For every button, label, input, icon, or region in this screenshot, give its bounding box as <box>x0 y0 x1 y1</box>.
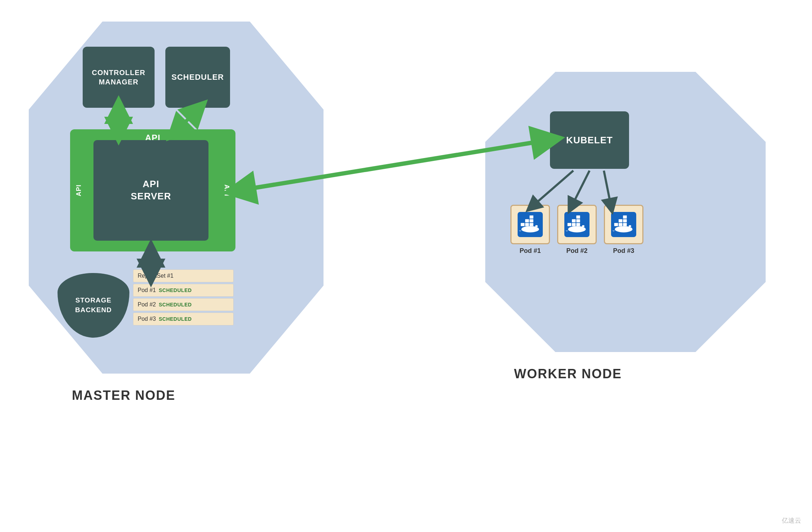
svg-rect-3 <box>529 223 533 226</box>
svg-rect-11 <box>572 223 576 226</box>
pod1-name: Pod #1 <box>138 287 156 293</box>
api-left-label: API <box>75 184 83 196</box>
svg-point-7 <box>522 226 539 232</box>
docker-icon-2 <box>564 212 589 237</box>
pod-box-3 <box>604 205 643 244</box>
svg-rect-23 <box>623 219 627 222</box>
pod2-name: Pod #2 <box>138 301 156 308</box>
controller-manager-box: CONTROLLER MANAGER <box>83 47 155 108</box>
storage-backend-label: STORAGE BACKEND <box>75 296 112 315</box>
svg-rect-13 <box>572 219 576 222</box>
svg-rect-12 <box>576 223 580 226</box>
replicaset-name: ReplicaSet #1 <box>138 273 174 279</box>
worker-pod2-label: Pod #2 <box>566 247 587 255</box>
master-node-label: MASTER NODE <box>72 388 175 403</box>
svg-rect-5 <box>529 219 533 222</box>
svg-point-26 <box>629 225 631 227</box>
svg-rect-10 <box>568 223 572 226</box>
svg-rect-15 <box>576 216 580 219</box>
svg-rect-4 <box>525 219 529 222</box>
pod-item-3: Pod #3 <box>604 205 643 255</box>
svg-rect-21 <box>623 223 627 226</box>
svg-rect-19 <box>614 223 618 226</box>
pod3-badge: SCHEDULED <box>159 316 192 322</box>
worker-pod3-label: Pod #3 <box>613 247 634 255</box>
svg-rect-24 <box>623 216 627 219</box>
svg-rect-2 <box>525 223 529 226</box>
pod-box-2 <box>557 205 597 244</box>
pod-box-1 <box>510 205 550 244</box>
data-records: ReplicaSet #1 Pod #1 SCHEDULED Pod #2 SC… <box>133 269 234 327</box>
svg-rect-1 <box>521 223 525 226</box>
docker-icon-1 <box>518 212 543 237</box>
pod2-badge: SCHEDULED <box>159 302 192 307</box>
svg-rect-22 <box>619 219 623 222</box>
pod-container: Pod #1 <box>510 205 643 255</box>
record-pod2: Pod #2 SCHEDULED <box>133 298 234 311</box>
watermark: 亿速云 <box>782 516 801 525</box>
record-replicaset: ReplicaSet #1 <box>133 269 234 282</box>
api-server-box: API SERVER <box>93 140 208 241</box>
svg-rect-6 <box>529 216 533 219</box>
worker-node-label: WORKER NODE <box>514 366 622 381</box>
pod-item-2: Pod #2 <box>557 205 597 255</box>
scheduler-label: SCHEDULER <box>171 73 224 82</box>
svg-point-17 <box>582 225 584 227</box>
svg-point-8 <box>535 225 538 227</box>
svg-rect-14 <box>576 219 580 222</box>
scheduler-box: SCHEDULER <box>165 47 230 108</box>
svg-point-16 <box>568 226 586 232</box>
record-pod3: Pod #3 SCHEDULED <box>133 313 234 325</box>
diagram: MASTER NODE WORKER NODE CONTROLLER MANAG… <box>0 0 812 532</box>
api-right-label: API <box>223 184 230 196</box>
docker-icon-3 <box>611 212 636 237</box>
pod3-name: Pod #3 <box>138 316 156 322</box>
svg-rect-20 <box>619 223 623 226</box>
record-pod1: Pod #1 SCHEDULED <box>133 284 234 297</box>
worker-pod1-label: Pod #1 <box>519 247 541 255</box>
kubelet-box: KUBELET <box>550 111 629 169</box>
controller-manager-label: CONTROLLER MANAGER <box>92 68 146 87</box>
api-server-label: API SERVER <box>131 178 171 203</box>
pod1-badge: SCHEDULED <box>159 287 192 293</box>
pod-item-1: Pod #1 <box>510 205 550 255</box>
kubelet-label: KUBELET <box>566 135 613 146</box>
svg-point-25 <box>615 226 633 232</box>
